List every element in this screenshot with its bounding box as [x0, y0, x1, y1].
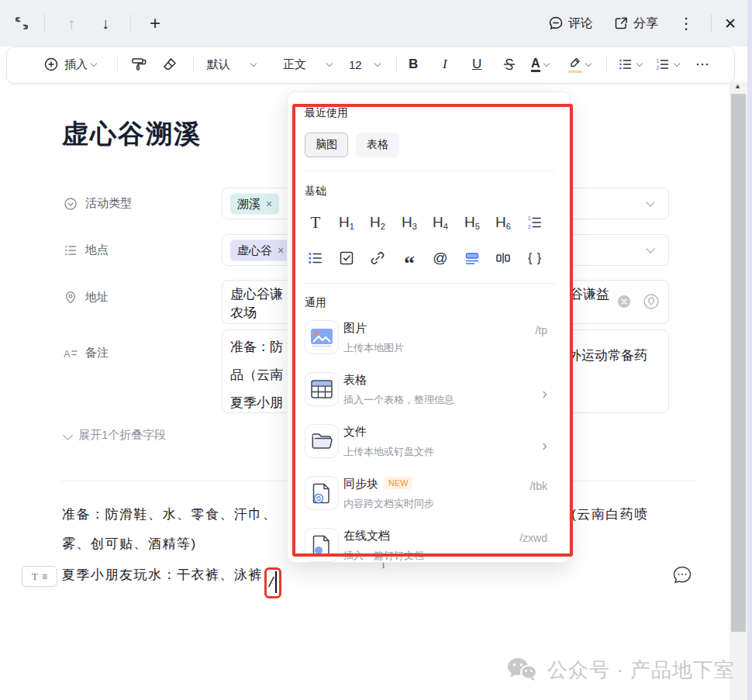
summer-text: 夏季小朋友玩水：干衣裤、泳裤	[62, 567, 263, 582]
heading-2-button[interactable]: H2	[365, 210, 390, 235]
insert-label: 插入	[64, 57, 88, 72]
clear-format-button[interactable]	[160, 47, 179, 81]
paragraph-prep-right[interactable]: (云南白药喷	[571, 504, 649, 526]
comment-button[interactable]: 评论	[548, 16, 593, 32]
highlight-color-dropdown[interactable]	[568, 47, 592, 81]
menu-item-online-doc[interactable]: 在线文档 插入一篇钉钉文档 /zxwd	[288, 525, 570, 563]
menu-item-table[interactable]: 表格 插入一个表格，整理信息 ›	[288, 369, 570, 421]
tag-label: 虚心谷	[237, 243, 272, 257]
address-text-right: 谷谦益	[570, 284, 609, 305]
slash-cursor-highlight: /	[264, 567, 281, 598]
recent-section-label: 最近使用	[305, 106, 348, 120]
share-label: 分享	[633, 16, 658, 32]
strikethrough-button[interactable]	[502, 47, 517, 81]
general-section-label: 通用	[305, 296, 326, 310]
columns-button[interactable]	[491, 246, 516, 271]
scrollbar-up-arrow[interactable]: ▲	[734, 82, 741, 90]
eraser-icon	[160, 55, 179, 74]
page-title: 虚心谷溯溪	[62, 116, 202, 152]
close-icon: ✕	[724, 16, 736, 32]
quote-button[interactable]: “	[397, 246, 422, 271]
underline-label: U	[472, 57, 481, 72]
menu-item-title: 同步块NEW	[343, 477, 412, 491]
menu-item-title: 文件	[343, 425, 367, 440]
link-button[interactable]	[365, 246, 390, 271]
field-label-text: 地点	[85, 243, 109, 257]
font-style-value: 默认	[207, 57, 230, 72]
text-field-icon: A	[64, 347, 78, 360]
triangle-up-icon: ▲	[734, 82, 741, 90]
heading-5-button[interactable]: H5	[460, 210, 485, 235]
paragraph-prep-line2[interactable]: 雾、创可贴、酒精等)	[62, 533, 197, 555]
tag-close-icon[interactable]: ×	[278, 244, 284, 257]
font-color-dropdown[interactable]: A	[531, 47, 550, 81]
share-button[interactable]: 分享	[613, 16, 658, 32]
nav-down-button[interactable]: ↓	[95, 11, 116, 36]
heading-6-button[interactable]: H6	[491, 210, 516, 235]
sync-block-icon	[305, 476, 339, 510]
expand-window-button[interactable]	[12, 11, 31, 36]
single-select-icon	[64, 197, 78, 211]
menu-item-sync-block[interactable]: 同步块NEW 内容跨文档实时同步 /tbk	[288, 473, 570, 525]
heading-1-button[interactable]: H1	[334, 210, 359, 235]
toolbar-more-button[interactable]: ⋯	[695, 47, 709, 81]
toolbar-divider	[117, 56, 118, 73]
map-pin-icon[interactable]	[643, 293, 660, 310]
italic-label: I	[443, 57, 447, 72]
highlighter-icon	[568, 57, 582, 73]
text-icon: T	[311, 213, 321, 233]
italic-button[interactable]: I	[443, 47, 447, 81]
recent-chip-table[interactable]: 表格	[356, 133, 399, 157]
expand-collapsed-fields-toggle[interactable]: 展开1个折叠字段	[64, 428, 166, 443]
new-tab-button[interactable]: +	[144, 11, 166, 36]
more-options-button[interactable]: ⋮	[678, 14, 694, 33]
bullet-list-button[interactable]	[303, 246, 328, 271]
window-edge	[747, 0, 752, 700]
online-doc-icon	[305, 528, 339, 562]
table-icon	[305, 372, 339, 406]
add-comment-button[interactable]	[671, 564, 693, 586]
share-icon	[613, 16, 629, 31]
bullet-list-dropdown[interactable]	[618, 47, 643, 81]
highlight-block-button[interactable]	[460, 246, 485, 271]
menu-divider	[303, 283, 555, 284]
paragraph-prep-left[interactable]: 准备：防滑鞋、水、零食、汗巾、	[62, 504, 278, 526]
todo-checkbox-button[interactable]	[334, 246, 359, 271]
font-style-dropdown[interactable]: 默认	[207, 47, 257, 81]
tag-xuxingu[interactable]: 虚心谷 ×	[230, 240, 291, 260]
remark-text-line2: 品（云南	[230, 365, 283, 385]
text-block-button[interactable]: T	[303, 210, 328, 235]
format-painter-button[interactable]	[129, 47, 148, 81]
block-handle[interactable]: T ≡	[22, 566, 57, 587]
remark-text-line3: 夏季小朋	[230, 393, 283, 413]
location-pin-icon	[64, 291, 78, 305]
tag-suoxi[interactable]: 溯溪 ×	[230, 193, 279, 214]
menu-item-shortcut: /tp	[535, 324, 547, 336]
code-block-button[interactable]: { }	[523, 246, 547, 271]
watermark: 公众号 · 产品地下室	[505, 656, 735, 684]
menu-item-file[interactable]: 文件 上传本地或钉盘文件 ›	[288, 421, 570, 473]
paragraph-style-dropdown[interactable]: 正文	[283, 47, 333, 81]
menu-item-image[interactable]: 图片 上传本地图片 /tp	[288, 317, 570, 369]
insert-dropdown[interactable]: 插入	[43, 47, 97, 81]
scrollbar-thumb[interactable]	[731, 94, 746, 632]
font-size-dropdown[interactable]: 12	[349, 47, 381, 81]
clear-icon[interactable]	[616, 294, 632, 309]
mention-button[interactable]: @	[428, 246, 453, 271]
tag-close-icon[interactable]: ×	[266, 198, 272, 210]
new-badge: NEW	[385, 477, 412, 489]
paragraph-summer[interactable]: 夏季小朋友玩水：干衣裤、泳裤/	[62, 564, 281, 598]
nav-up-button[interactable]: ↑	[60, 11, 82, 36]
heading-3-button[interactable]: H3	[397, 210, 422, 235]
underline-button[interactable]: U	[472, 47, 481, 81]
recent-chip-mindmap[interactable]: 脑图	[305, 133, 348, 157]
numbered-list-dropdown[interactable]: 1 2	[655, 47, 680, 81]
bold-button[interactable]: B	[409, 47, 418, 81]
comment-icon	[548, 16, 564, 31]
mention-icon: @	[433, 250, 447, 267]
heading-4-button[interactable]: H4	[428, 210, 453, 235]
close-button[interactable]: ✕	[724, 15, 736, 33]
numbered-list-button[interactable]: 12	[523, 210, 547, 235]
font-color-icon: A	[531, 57, 540, 72]
slash-command-menu: 最近使用 脑图 表格 基础 T H1 H2 H3 H4 H5 H6 12 “ @	[287, 91, 570, 563]
